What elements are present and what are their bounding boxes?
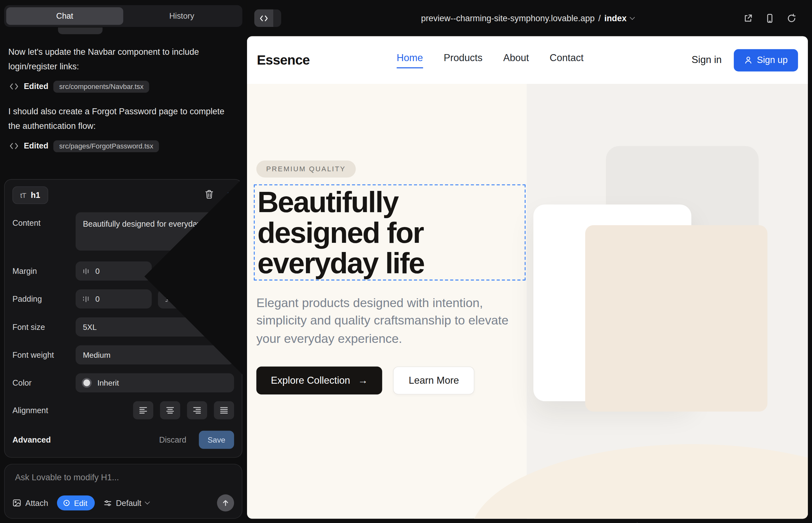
assistant-message: I should also create a Forgot Password p… [8, 104, 232, 133]
hero-headline[interactable]: Beautifully designed for everyday life [255, 185, 525, 278]
align-justify-icon [219, 407, 228, 414]
open-in-new-tab-button[interactable] [743, 13, 753, 23]
arrow-right-icon: → [358, 375, 368, 386]
delete-element-button[interactable] [204, 189, 213, 201]
attach-button[interactable]: Attach [12, 498, 48, 507]
lovable-app-window: Chat History Now let's update the Navbar… [0, 0, 812, 523]
chat-composer: Attach Edit Default [4, 464, 242, 519]
nav-link-products[interactable]: Products [444, 52, 483, 68]
chat-history-tabbar: Chat History [4, 5, 242, 27]
decor-card-cream [585, 225, 768, 412]
padding-x-input[interactable]: 0 [76, 289, 152, 309]
topbar-actions [743, 13, 796, 23]
url-page: index [604, 13, 626, 23]
margin-x-value: 0 [95, 267, 100, 275]
color-picker[interactable]: Inherit [76, 373, 234, 393]
tab-chat[interactable]: Chat [6, 7, 124, 25]
margin-x-input[interactable]: 0 [76, 262, 152, 281]
sign-in-button[interactable]: Sign in [692, 54, 722, 66]
chat-message-list: Now let's update the Navbar component to… [4, 34, 242, 178]
discard-button[interactable]: Discard [159, 435, 186, 444]
site-logo[interactable]: Essence [257, 52, 310, 68]
nav-link-contact[interactable]: Contact [550, 52, 584, 68]
external-link-icon [743, 13, 753, 23]
refresh-button[interactable] [787, 13, 796, 23]
align-center-button[interactable] [160, 401, 180, 419]
sign-up-button[interactable]: Sign up [734, 49, 798, 71]
padding-label: Padding [12, 294, 75, 304]
font-size-label: Font size [12, 322, 75, 331]
edited-file-row: Edited src/components/Navbar.tsx [9, 81, 238, 93]
code-view-toggle[interactable] [254, 9, 281, 27]
site-navbar: Essence Home Products About Contact Sign… [247, 36, 808, 84]
padding-horizontal-icon [82, 295, 90, 303]
edit-mode-button[interactable]: Edit [57, 495, 95, 510]
advanced-toggle[interactable]: Advanced [12, 435, 51, 444]
element-editor-panel: tT h1 ✕ Content Beautifu [4, 179, 242, 458]
file-chip-navbar[interactable]: src/components/Navbar.tsx [54, 81, 149, 93]
editor-footer: Advanced Discard Save [12, 431, 234, 449]
chevron-down-icon [630, 15, 635, 20]
color-value: Inherit [97, 378, 119, 387]
chevron-down-icon [145, 499, 150, 504]
advanced-label: Advanced [12, 435, 51, 444]
typography-icon: tT [20, 191, 26, 199]
preview-region: preview--charming-site-symphony.lovable.… [246, 0, 812, 523]
save-button[interactable]: Save [199, 431, 234, 449]
model-default-button[interactable]: Default [104, 498, 149, 507]
align-right-button[interactable] [187, 401, 207, 419]
site-preview-frame: Essence Home Products About Contact Sign… [247, 36, 808, 519]
composer-toolbar: Attach Edit Default [12, 494, 234, 511]
mobile-phone-icon [765, 13, 775, 23]
learn-more-button[interactable]: Learn More [393, 366, 474, 395]
file-chip-forgot-password[interactable]: src/pages/ForgotPassword.tsx [54, 140, 159, 152]
preview-topbar: preview--charming-site-symphony.lovable.… [247, 0, 808, 36]
hero-curve-shape [470, 444, 808, 519]
hero-cta-row: Explore Collection → Learn More [256, 366, 474, 395]
code-brackets-icon [254, 9, 273, 27]
user-icon [744, 56, 752, 64]
font-weight-select[interactable]: Medium [76, 345, 234, 365]
edited-file-row: Edited src/pages/ForgotPassword.tsx [9, 140, 238, 152]
align-center-icon [166, 407, 175, 414]
color-row: Color Inherit [12, 373, 234, 393]
site-nav-actions: Sign in Sign up [692, 49, 798, 71]
edited-label: Edited [24, 82, 48, 91]
margin-horizontal-icon [82, 267, 90, 275]
h1-selection-outline[interactable]: Beautifully designed for everyday life [254, 184, 525, 281]
alignment-label: Alignment [12, 405, 75, 415]
font-weight-label: Font weight [12, 350, 75, 359]
site-nav-links: Home Products About Contact [397, 52, 584, 68]
assistant-message: Now let's update the Navbar component to… [8, 44, 232, 74]
color-swatch [82, 378, 91, 388]
trash-icon [204, 189, 213, 201]
default-label: Default [116, 498, 141, 507]
editor-header: tT h1 ✕ [12, 186, 234, 204]
scrolled-chip-fragment [58, 28, 103, 34]
align-justify-button[interactable] [214, 401, 234, 419]
refresh-icon [787, 13, 796, 23]
attach-label: Attach [25, 498, 48, 507]
tab-history[interactable]: History [123, 7, 240, 25]
edit-target-icon [63, 499, 71, 507]
nav-link-about[interactable]: About [503, 52, 529, 68]
composer-input[interactable] [12, 473, 234, 486]
mobile-view-button[interactable] [765, 13, 775, 23]
code-brackets-icon [9, 142, 18, 150]
align-right-icon [193, 407, 201, 414]
padding-x-value: 0 [95, 294, 100, 303]
font-weight-row: Font weight Medium [12, 345, 234, 365]
url-separator: / [598, 13, 601, 23]
align-left-button[interactable] [133, 401, 153, 419]
send-button[interactable] [217, 494, 234, 511]
preview-url: preview--charming-site-symphony.lovable.… [421, 13, 595, 23]
selected-element-pill: tT h1 [12, 186, 48, 204]
preview-url-dropdown[interactable]: preview--charming-site-symphony.lovable.… [421, 13, 634, 23]
chat-panel: Chat History Now let's update the Navbar… [0, 0, 246, 523]
toggle-handle [273, 9, 281, 27]
nav-link-home[interactable]: Home [397, 52, 423, 68]
explore-collection-button[interactable]: Explore Collection → [256, 366, 382, 395]
arrow-up-icon [222, 499, 230, 507]
font-weight-value: Medium [83, 350, 110, 359]
edited-label: Edited [24, 141, 48, 150]
